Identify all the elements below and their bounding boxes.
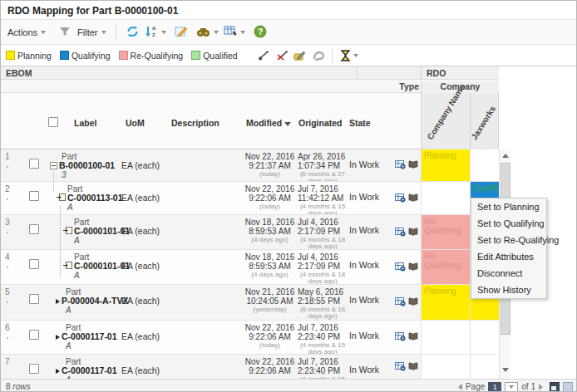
page-select[interactable] [505, 382, 518, 392]
usage-link-icon [63, 227, 72, 236]
page-label: Page [466, 382, 485, 391]
chevron-up-icon [502, 154, 509, 158]
column-header-description[interactable]: Description [171, 118, 219, 128]
company-status-cell[interactable]: Planning [421, 149, 470, 181]
compact-view-toggle-icon[interactable] [563, 382, 573, 392]
expand-icon[interactable] [56, 369, 60, 374]
full-view-toggle-icon[interactable] [550, 382, 560, 392]
open-structure-icon[interactable] [408, 332, 418, 342]
row-checkbox[interactable] [29, 364, 39, 374]
row-checkbox[interactable] [29, 294, 39, 304]
find-button[interactable] [196, 26, 219, 39]
company-status-cell[interactable] [421, 355, 470, 379]
modified-cell: Nov 18, 20168:59:53 AM(4 days ago) [242, 215, 298, 249]
originated-time: 2:18:55 PM [298, 296, 348, 306]
scroll-up-button[interactable] [500, 149, 511, 162]
edit-attributes-button[interactable] [293, 50, 306, 61]
filter-menu-button[interactable]: Filter [56, 27, 106, 37]
table-view-button[interactable] [224, 25, 245, 39]
part-info-icon[interactable] [395, 331, 406, 343]
row-checkbox[interactable] [29, 224, 39, 234]
open-structure-icon[interactable] [408, 362, 418, 372]
legend-item-qualified: Qualified [191, 51, 237, 61]
next-page-icon[interactable] [539, 384, 543, 390]
hourglass-sigma-button[interactable] [340, 50, 358, 61]
refresh-button[interactable] [126, 25, 140, 40]
tree-connector [60, 206, 61, 277]
open-structure-icon[interactable] [408, 297, 418, 307]
uom-cell: EA (each) [121, 215, 171, 249]
collapse-icon[interactable] [50, 162, 57, 169]
sort-button[interactable]: AZ [145, 25, 166, 39]
jaxworks-status-cell[interactable] [470, 355, 499, 379]
open-structure-icon[interactable] [408, 262, 418, 272]
jaxworks-status-cell[interactable] [470, 149, 499, 181]
open-structure-icon[interactable] [408, 228, 418, 238]
part-number[interactable]: B-0000100-01 [59, 161, 115, 170]
originated-cell: Jul 4, 20162:17:09 PM(4 months & 18 days… [298, 250, 348, 284]
disconnect-button[interactable] [276, 50, 288, 61]
part-info-icon[interactable] [395, 296, 406, 308]
previous-page-icon[interactable] [458, 384, 462, 390]
menu-item-set-to-qualifying[interactable]: Set to Qualifying [471, 215, 546, 232]
menu-item-disconnect[interactable]: Disconnect [471, 265, 546, 282]
expand-icon[interactable] [56, 299, 60, 304]
rdo-group-cell: RDO [421, 66, 499, 80]
actions-menu-button[interactable]: Actions [7, 27, 46, 37]
type-cell [381, 285, 421, 320]
help-button[interactable]: ? [254, 25, 267, 40]
select-all-checkbox[interactable] [48, 117, 58, 127]
uom-value: EA (each) [121, 160, 160, 170]
part-number[interactable]: C-0000117-01 [62, 366, 117, 375]
label-cell: Part C-0000101-01 A [47, 250, 121, 284]
history-button[interactable] [313, 51, 324, 61]
column-header-uom[interactable]: UoM [126, 118, 145, 128]
part-version: 3 [62, 170, 115, 179]
row-checkbox[interactable] [29, 330, 39, 340]
company-status-cell[interactable]: Re-Qualifying [421, 215, 470, 249]
part-info-icon[interactable] [395, 262, 406, 273]
column-header-originated[interactable]: Originated [298, 118, 343, 128]
table-row: 6 Part C-0000117-01 A EA (each) Nov 22, … [1, 321, 499, 355]
company-status-cell[interactable]: Planning [421, 285, 470, 320]
row-checkbox[interactable] [29, 159, 39, 169]
menu-item-show-history[interactable]: Show History [471, 282, 546, 298]
column-header-label[interactable]: Label [74, 118, 96, 128]
company-status-cell[interactable]: Re-Qualifying [421, 250, 470, 284]
company-status-cell[interactable] [421, 182, 470, 214]
jaxworks-header: Jaxworks [470, 105, 497, 141]
legend-bar: Planning Qualifying Re-Qualifying Qualif… [1, 45, 576, 66]
uom-value: EA (each) [121, 193, 160, 203]
company-status-cell[interactable] [421, 321, 470, 354]
edit-button[interactable] [175, 25, 188, 39]
jaxworks-header-cell: Jaxworks [470, 93, 499, 149]
part-info-icon[interactable] [395, 227, 406, 238]
part-info-icon[interactable] [395, 159, 406, 171]
table-body: 1 Part B-0000100-01 3 EA (each) Nov 22, … [1, 149, 499, 379]
menu-item-edit-attributes[interactable]: Edit Attributes [471, 248, 546, 265]
menu-item-set-to-planning[interactable]: Set to Planning [471, 198, 546, 215]
usage-link-icon [57, 194, 66, 203]
column-header-state[interactable]: State [349, 118, 371, 128]
part-number[interactable]: P-000004-A-TVX [62, 296, 129, 306]
part-number[interactable]: C-0000113-01 [67, 194, 123, 203]
page-number-input[interactable]: 1 [488, 382, 501, 392]
column-header-modified[interactable]: Modified [246, 118, 291, 128]
row-count-label: rows [12, 382, 30, 391]
row-checkbox[interactable] [29, 191, 39, 201]
jaxworks-status-cell[interactable] [470, 321, 499, 354]
open-structure-icon[interactable] [408, 160, 418, 170]
label-cell: Part C-0000117-01 A [47, 355, 121, 379]
row-checkbox[interactable] [29, 259, 39, 269]
part-info-icon[interactable] [395, 193, 406, 204]
part-info-icon[interactable] [395, 361, 406, 373]
part-number[interactable]: C-0000117-01 [62, 332, 117, 341]
title-bar: RDO Mapping for Part B-0000100-01 [1, 1, 576, 20]
expand-icon[interactable] [56, 335, 60, 340]
open-structure-icon[interactable] [408, 194, 418, 203]
modified-cell: Nov 22, 20169:22:06 AM(today) [242, 321, 298, 354]
scroll-down-button[interactable] [500, 364, 511, 376]
connect-button[interactable] [258, 50, 269, 61]
menu-item-set-to-requalifying[interactable]: Set to Re-Qualifying [471, 232, 546, 248]
modified-time: 8:59:53 AM [242, 262, 298, 271]
